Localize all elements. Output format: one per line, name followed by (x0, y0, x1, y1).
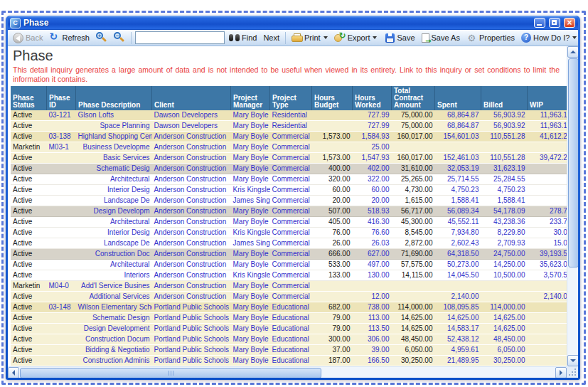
cell-desc[interactable]: Add'l Service Busines (76, 281, 152, 292)
column-header-status[interactable]: Phase Status (11, 86, 47, 110)
column-header-worked[interactable]: Hours Worked (353, 86, 392, 110)
table-row[interactable]: ActiveArchitecturalAnderson Construction… (11, 174, 567, 185)
cell-client[interactable]: Anderson Construction (152, 260, 231, 270)
cell-pm[interactable]: Mary Boyle (231, 249, 270, 260)
cell-desc[interactable]: Basic Services (76, 153, 152, 164)
table-row[interactable]: Active03-121Glson LoftsDawson Developers… (11, 110, 567, 121)
table-row[interactable]: ActiveSchematic DesigAnderson Constructi… (11, 164, 567, 174)
cell-wip[interactable]: 2,140.00 (528, 292, 567, 302)
cell-billed[interactable]: 2,709.93 (481, 238, 528, 249)
cell-client[interactable]: Portland Public Schools (152, 324, 231, 334)
cell-wip[interactable]: 233.75 (528, 217, 567, 228)
column-header-pm[interactable]: Project Manager (231, 86, 270, 110)
cell-worked[interactable]: 60.00 (353, 185, 392, 196)
cell-type[interactable]: Residential (270, 110, 312, 121)
table-row[interactable]: ActiveConstruction DocAnderson Construct… (11, 249, 567, 260)
table-row[interactable]: ActiveBidding & NegotiatioPortland Publi… (11, 345, 567, 356)
scroll-up-button[interactable] (567, 46, 578, 58)
cell-client[interactable]: Portland Public Schools (152, 313, 231, 324)
table-row[interactable]: ActiveArchitecturalAnderson Construction… (11, 217, 567, 228)
back-button[interactable]: Back (11, 32, 45, 44)
cell-spent[interactable]: 56,089.34 (435, 206, 481, 217)
cell-pm[interactable]: Mary Boyle (231, 142, 270, 153)
cell-worked[interactable]: 76.60 (353, 228, 392, 238)
scroll-left-button[interactable] (8, 367, 19, 378)
close-button[interactable] (564, 18, 575, 28)
zoom-out-button[interactable] (112, 31, 127, 44)
cell-worked[interactable]: 25.00 (353, 142, 392, 153)
cell-client[interactable]: Anderson Construction (152, 164, 231, 174)
cell-worked[interactable]: 130.00 (353, 270, 392, 281)
save-as-button[interactable]: Save As (419, 33, 462, 43)
cell-type[interactable]: Residential (270, 121, 312, 132)
cell-type[interactable]: Commercial (270, 142, 312, 153)
cell-desc[interactable]: Construction Doc (76, 249, 152, 260)
table-row[interactable]: ActiveArchitecturalAnderson Construction… (11, 260, 567, 270)
cell-billed[interactable]: 30,250.00 (481, 356, 528, 366)
cell-wip[interactable]: 278.75 (528, 206, 567, 217)
cell-client[interactable]: Anderson Construction (152, 270, 231, 281)
cell-client[interactable]: Anderson Construction (152, 174, 231, 185)
cell-type[interactable]: Commercial (270, 249, 312, 260)
cell-spent[interactable]: 32,053.19 (435, 164, 481, 174)
cell-spent[interactable]: 64,318.50 (435, 249, 481, 260)
cell-worked[interactable]: 416.30 (353, 217, 392, 228)
cell-desc[interactable]: Architectural (76, 260, 152, 270)
cell-billed[interactable]: 54,178.09 (481, 206, 528, 217)
cell-billed[interactable]: 4,750.23 (481, 185, 528, 196)
table-row[interactable]: ActiveInterior DesigAnderson Constructio… (11, 185, 567, 196)
cell-billed[interactable]: 14,625.00 (481, 313, 528, 324)
cell-desc[interactable]: Additional Services (76, 292, 152, 302)
cell-worked[interactable]: 727.99 (353, 110, 392, 121)
cell-billed[interactable]: 6,050.00 (481, 345, 528, 356)
cell-billed[interactable]: 25,284.55 (481, 174, 528, 185)
cell-client[interactable]: Anderson Construction (152, 249, 231, 260)
cell-desc[interactable]: Space Planning (76, 121, 152, 132)
cell-spent[interactable]: 152,461.03 (435, 153, 481, 164)
find-button[interactable]: Find (227, 33, 259, 43)
cell-client[interactable]: Anderson Construction (152, 153, 231, 164)
cell-type[interactable]: Educational (270, 302, 312, 313)
cell-type[interactable]: Commercial (270, 164, 312, 174)
cell-desc[interactable]: Design Developm (76, 206, 152, 217)
table-row[interactable]: ActiveAdditional ServicesAnderson Constr… (11, 292, 567, 302)
cell-type[interactable]: Educational (270, 324, 312, 334)
cell-spent[interactable]: 14,583.17 (435, 324, 481, 334)
cell-worked[interactable]: 306.00 (353, 334, 392, 345)
cell-billed[interactable]: 24,750.00 (481, 249, 528, 260)
cell-wip[interactable]: 3,570.50 (528, 270, 567, 281)
cell-spent[interactable]: 14,625.00 (435, 313, 481, 324)
table-row[interactable]: ActiveConstruction AdminisPortland Publi… (11, 356, 567, 366)
column-header-billed[interactable]: Billed (481, 86, 528, 110)
cell-worked[interactable]: 738.00 (353, 302, 392, 313)
cell-spent[interactable]: 50,273.00 (435, 260, 481, 270)
cell-desc[interactable]: Architectural (76, 174, 152, 185)
column-header-budget[interactable]: Hours Budget (312, 86, 353, 110)
search-input[interactable] (135, 31, 225, 44)
cell-desc[interactable]: Construction Adminis (76, 356, 152, 366)
cell-client[interactable]: Anderson Construction (152, 228, 231, 238)
cell-type[interactable]: Commercial (270, 270, 312, 281)
cell-spent[interactable]: 2,140.00 (435, 292, 481, 302)
cell-desc[interactable]: Interior Desig (76, 185, 152, 196)
cell-pm[interactable]: Mary Boyle (231, 132, 270, 142)
cell-client[interactable]: Dawson Developers (152, 110, 231, 121)
cell-pm[interactable]: Mary Boyle (231, 334, 270, 345)
table-row[interactable]: MarketinM03-1Business DevelopmeAnderson … (11, 142, 567, 153)
cell-type[interactable]: Commercial (270, 228, 312, 238)
table-row[interactable]: ActiveLandscape DeAnderson ConstructionJ… (11, 196, 567, 206)
cell-spent[interactable]: 2,602.43 (435, 238, 481, 249)
cell-id[interactable]: 03-138 (47, 132, 76, 142)
cell-billed[interactable]: 56,903.92 (481, 121, 528, 132)
cell-desc[interactable]: Bidding & Negotiatio (76, 345, 152, 356)
horizontal-scroll-thumb[interactable] (20, 368, 321, 378)
cell-id[interactable]: 03-121 (47, 110, 76, 121)
cell-type[interactable]: Commercial (270, 132, 312, 142)
cell-worked[interactable]: 402.00 (353, 164, 392, 174)
cell-pm[interactable]: James Sing (231, 196, 270, 206)
cell-client[interactable]: Anderson Construction (152, 281, 231, 292)
cell-spent[interactable]: 4,750.23 (435, 185, 481, 196)
cell-spent[interactable]: 52,438.12 (435, 334, 481, 345)
cell-worked[interactable]: 113.00 (353, 313, 392, 324)
table-row[interactable]: MarketinM04-0Add'l Service BusinesAnders… (11, 281, 567, 292)
